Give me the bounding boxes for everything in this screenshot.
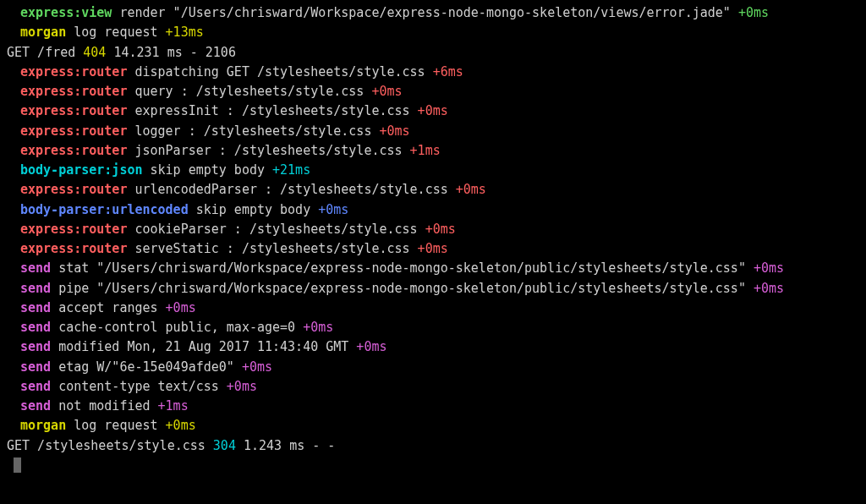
log-segment: +6ms: [433, 64, 463, 79]
log-segment: GET /stylesheets/style.css: [7, 438, 213, 453]
log-segment: 304: [213, 438, 236, 453]
log-line: send cache-control public, max-age=0 +0m…: [0, 318, 866, 337]
log-segment: logger : /stylesheets/style.css: [127, 123, 379, 139]
log-segment: express:router: [20, 241, 127, 256]
log-segment: send: [20, 320, 51, 335]
log-segment: send: [20, 339, 51, 354]
log-segment: stat "/Users/chrisward/Workspace/express…: [51, 260, 754, 276]
log-segment: modified Mon, 21 Aug 2017 11:43:40 GMT: [51, 339, 356, 354]
log-segment: dispatching GET /stylesheets/style.css: [127, 64, 432, 79]
log-segment: express:router: [20, 84, 127, 99]
log-segment: express:router: [20, 143, 127, 158]
log-segment: +0ms: [738, 5, 769, 20]
log-segment: express:view: [20, 5, 112, 20]
log-segment: not modified: [51, 398, 157, 414]
log-line: send pipe "/Users/chrisward/Workspace/ex…: [0, 279, 866, 299]
log-segment: +0ms: [371, 84, 402, 99]
log-segment: 404: [83, 45, 106, 60]
log-segment: cache-control public, max-age=0: [51, 320, 303, 335]
log-segment: +1ms: [158, 398, 189, 414]
log-segment: +0ms: [418, 103, 448, 118]
log-segment: render "/Users/chrisward/Workspace/expre…: [112, 5, 738, 20]
log-line: express:router cookieParser : /styleshee…: [0, 220, 866, 239]
log-segment: cookieParser : /stylesheets/style.css: [127, 222, 425, 237]
log-segment: GET /fred: [7, 45, 83, 60]
log-line: express:router logger : /stylesheets/sty…: [0, 122, 866, 141]
log-segment: expressInit : /stylesheets/style.css: [127, 103, 417, 118]
log-segment: send: [20, 398, 51, 414]
log-segment: body-parser:json: [20, 162, 143, 178]
log-line: send not modified +1ms: [0, 397, 866, 416]
log-line: body-parser:urlencoded skip empty body +…: [0, 200, 866, 220]
log-segment: pipe "/Users/chrisward/Workspace/express…: [51, 281, 754, 296]
log-segment: +0ms: [303, 320, 333, 335]
log-segment: query : /stylesheets/style.css: [127, 84, 371, 99]
log-segment: skip empty body: [189, 202, 319, 217]
log-segment: serveStatic : /stylesheets/style.css: [127, 241, 417, 256]
log-segment: log request: [66, 25, 165, 40]
log-segment: +21ms: [272, 162, 310, 178]
log-segment: skip empty body: [143, 162, 273, 178]
terminal-cursor: [14, 457, 21, 473]
log-segment: +0ms: [754, 260, 784, 276]
log-segment: etag W/"6e-15e049afde0": [51, 359, 242, 375]
log-line: GET /fred 404 14.231 ms - 2106: [0, 43, 866, 63]
log-segment: send: [20, 260, 51, 276]
log-segment: +0ms: [356, 339, 386, 354]
log-line: express:view render "/Users/chrisward/Wo…: [0, 3, 866, 23]
log-line: express:router dispatching GET /styleshe…: [0, 63, 866, 82]
log-segment: +13ms: [166, 25, 204, 40]
cursor-line: [0, 456, 866, 475]
log-line: body-parser:json skip empty body +21ms: [0, 161, 866, 180]
log-segment: accept ranges: [51, 300, 165, 315]
log-line: express:router urlencodedParser : /style…: [0, 180, 866, 200]
log-line: express:router jsonParser : /stylesheets…: [0, 141, 866, 161]
log-segment: +0ms: [379, 123, 409, 139]
log-segment: +1ms: [410, 143, 441, 158]
log-line: send etag W/"6e-15e049afde0" +0ms: [0, 358, 866, 377]
log-segment: +0ms: [166, 418, 196, 433]
terminal-output[interactable]: express:view render "/Users/chrisward/Wo…: [0, 3, 866, 475]
log-segment: send: [20, 300, 51, 315]
log-line: send modified Mon, 21 Aug 2017 11:43:40 …: [0, 337, 866, 357]
log-segment: +0ms: [227, 379, 257, 394]
log-line: express:router expressInit : /stylesheet…: [0, 101, 866, 121]
log-segment: express:router: [20, 64, 127, 79]
log-segment: content-type text/css: [51, 379, 227, 394]
log-line: send stat "/Users/chrisward/Workspace/ex…: [0, 259, 866, 278]
log-segment: urlencodedParser : /stylesheets/style.cs…: [127, 182, 455, 197]
log-segment: +0ms: [425, 222, 456, 237]
log-segment: 14.231 ms - 2106: [106, 45, 236, 60]
log-segment: express:router: [20, 103, 127, 118]
log-segment: log request: [66, 418, 165, 433]
log-line: morgan log request +13ms: [0, 23, 866, 42]
log-segment: jsonParser : /stylesheets/style.css: [127, 143, 409, 158]
log-segment: express:router: [20, 182, 127, 197]
log-segment: express:router: [20, 222, 127, 237]
log-segment: +0ms: [418, 241, 448, 256]
log-line: express:router query : /stylesheets/styl…: [0, 82, 866, 101]
log-line: morgan log request +0ms: [0, 416, 866, 436]
log-segment: morgan: [20, 418, 66, 433]
log-segment: +0ms: [166, 300, 196, 315]
log-segment: body-parser:urlencoded: [20, 202, 189, 217]
log-line: GET /stylesheets/style.css 304 1.243 ms …: [0, 436, 866, 456]
log-line: express:router serveStatic : /stylesheet…: [0, 239, 866, 259]
log-segment: +0ms: [242, 359, 272, 375]
log-segment: send: [20, 281, 51, 296]
log-segment: express:router: [20, 123, 127, 139]
log-segment: 1.243 ms - -: [236, 438, 335, 453]
log-segment: +0ms: [754, 281, 784, 296]
log-segment: morgan: [20, 25, 66, 40]
log-line: send content-type text/css +0ms: [0, 377, 866, 397]
log-segment: send: [20, 379, 51, 394]
log-segment: send: [20, 359, 51, 375]
log-line: send accept ranges +0ms: [0, 299, 866, 318]
log-segment: +0ms: [318, 202, 348, 217]
log-segment: +0ms: [456, 182, 486, 197]
